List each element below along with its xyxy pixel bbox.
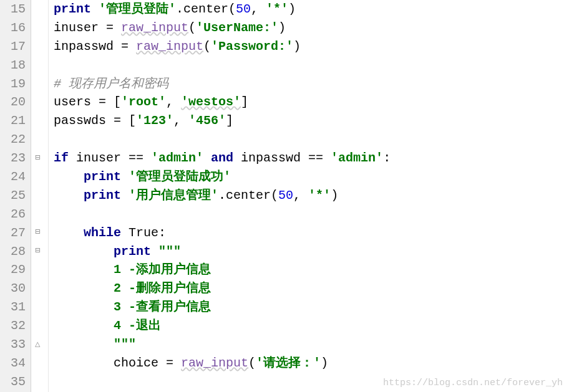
- code-line[interactable]: choice = raw_input('请选择：'): [54, 354, 569, 373]
- code-line[interactable]: [54, 130, 569, 149]
- code-line[interactable]: 4 -退出: [54, 317, 569, 335]
- line-number: 19: [2, 75, 26, 93]
- code-line[interactable]: inpasswd = raw_input('Password:'): [54, 37, 569, 56]
- line-number: 22: [2, 130, 26, 149]
- fold-collapse-icon[interactable]: ⊟: [35, 149, 40, 168]
- line-number: 33: [2, 335, 26, 354]
- fold-column: ⊟ ⊟ ⊟ △: [31, 0, 49, 392]
- code-line[interactable]: """: [54, 335, 569, 354]
- line-number: 28: [2, 242, 26, 261]
- code-line[interactable]: passwds = ['123', '456']: [54, 112, 569, 130]
- code-line[interactable]: print """: [54, 242, 569, 261]
- code-line[interactable]: print '管理员登陆成功': [54, 168, 569, 186]
- code-line[interactable]: inuser = raw_input('UserName:'): [54, 19, 569, 37]
- code-line[interactable]: print '管理员登陆'.center(50, '*'): [54, 0, 569, 19]
- code-editor: 15 16 17 18 19 20 21 22 23 24 25 26 27 2…: [0, 0, 569, 392]
- code-line[interactable]: 2 -删除用户信息: [54, 279, 569, 298]
- line-number: 34: [2, 354, 26, 373]
- line-number: 25: [2, 186, 26, 205]
- line-number: 15: [2, 0, 26, 19]
- line-number: 32: [2, 317, 26, 335]
- fold-collapse-icon[interactable]: ⊟: [35, 223, 40, 242]
- code-line[interactable]: print '用户信息管理'.center(50, '*'): [54, 186, 569, 205]
- line-number: 16: [2, 19, 26, 37]
- fold-collapse-icon[interactable]: ⊟: [35, 242, 40, 261]
- code-line[interactable]: 3 -查看用户信息: [54, 298, 569, 317]
- line-number: 21: [2, 112, 26, 130]
- line-number: 18: [2, 56, 26, 75]
- line-number-gutter: 15 16 17 18 19 20 21 22 23 24 25 26 27 2…: [0, 0, 31, 392]
- line-number: 23: [2, 149, 26, 168]
- code-line[interactable]: # 现存用户名和密码: [54, 75, 569, 93]
- code-line[interactable]: if inuser == 'admin' and inpasswd == 'ad…: [54, 149, 569, 168]
- line-number: 30: [2, 279, 26, 298]
- line-number: 26: [2, 205, 26, 224]
- code-line[interactable]: [54, 56, 569, 75]
- fold-expand-icon[interactable]: △: [35, 335, 40, 354]
- code-line[interactable]: [54, 205, 569, 224]
- line-number: 24: [2, 168, 26, 186]
- line-number: 29: [2, 261, 26, 279]
- line-number: 17: [2, 37, 26, 56]
- code-area[interactable]: print '管理员登陆'.center(50, '*') inuser = r…: [49, 0, 569, 392]
- line-number: 35: [2, 373, 26, 391]
- line-number: 31: [2, 298, 26, 317]
- line-number: 20: [2, 93, 26, 112]
- code-line[interactable]: 1 -添加用户信息: [54, 261, 569, 279]
- watermark-text: https://blog.csdn.net/forever_yh: [383, 378, 563, 388]
- line-number: 27: [2, 224, 26, 242]
- code-line[interactable]: users = ['root', 'westos']: [54, 93, 569, 112]
- code-line[interactable]: while True:: [54, 224, 569, 242]
